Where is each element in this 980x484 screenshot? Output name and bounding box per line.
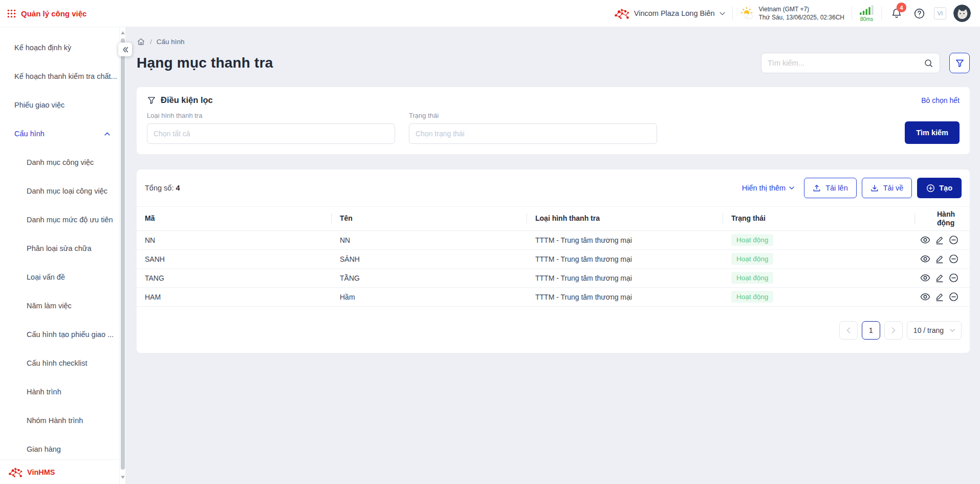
sidebar-item-loai-van-de[interactable]: Loại vấn đề	[0, 263, 125, 291]
sidebar-item-nhom-hanh-trinh[interactable]: Nhóm Hành trình	[0, 406, 125, 435]
edit-button[interactable]	[935, 235, 944, 245]
sidebar-item-label: Danh mục mức độ ưu tiên	[27, 216, 113, 224]
sidebar-item-cau-hinh[interactable]: Cấu hình	[0, 119, 125, 148]
chevron-right-icon	[891, 327, 896, 333]
view-button[interactable]	[920, 254, 930, 264]
breadcrumb-separator: /	[150, 38, 152, 46]
upload-button[interactable]: Tải lên	[804, 178, 857, 198]
sidebar-item-label: Kế hoạch thanh kiểm tra chất...	[14, 72, 117, 80]
language-button[interactable]: VI	[934, 7, 946, 19]
sidebar-item-phan-loai-sua-chua[interactable]: Phân loại sửa chữa	[0, 234, 125, 263]
view-button[interactable]	[920, 235, 930, 245]
table-header-row: Mã Tên Loại hình thanh tra Trạng thái Hà…	[137, 207, 970, 231]
cell-code: TANG	[137, 268, 332, 287]
sidebar-item-cau-hinh-tao-phieu-giao-viec[interactable]: Cấu hình tạo phiếu giao ...	[0, 320, 125, 349]
network-status: 80ms	[859, 5, 874, 22]
edit-button[interactable]	[935, 292, 944, 302]
data-table: Mã Tên Loại hình thanh tra Trạng thái Hà…	[137, 206, 970, 307]
pencil-icon	[935, 255, 944, 264]
field-inspection-type: Loại hình thanh tra	[147, 112, 395, 144]
edit-button[interactable]	[935, 273, 944, 283]
deactivate-button[interactable]	[949, 235, 959, 245]
prev-page-button[interactable]	[839, 321, 858, 340]
user-avatar[interactable]	[953, 5, 971, 22]
sidebar-item-label: Cấu hình checklist	[27, 359, 87, 367]
filter-panel-title: Điều kiện lọc	[161, 95, 213, 105]
divider	[732, 7, 733, 20]
total-count-value: 4	[176, 184, 180, 192]
sidebar-item-phieu-giao-viec[interactable]: Phiếu giao việc	[0, 91, 125, 119]
status-select[interactable]	[409, 123, 657, 144]
sidebar-item-hanh-trinh[interactable]: Hành trình	[0, 377, 125, 406]
sidebar-item-gian-hang[interactable]: Gian hàng	[0, 435, 125, 459]
notification-badge: 4	[897, 3, 906, 12]
sidebar-item-label: Kế hoạch định kỳ	[14, 44, 71, 52]
global-search	[761, 53, 940, 73]
sidebar-scrollbar[interactable]	[119, 27, 125, 484]
sidebar-item-danh-muc-muc-do-uu-tien[interactable]: Danh mục mức độ ưu tiên	[0, 205, 125, 234]
inspection-type-select[interactable]	[147, 123, 395, 144]
download-icon	[870, 184, 879, 192]
minus-circle-icon	[949, 235, 959, 245]
sidebar-item-label: Phiếu giao việc	[14, 101, 64, 109]
funnel-icon	[955, 58, 965, 68]
minus-circle-icon	[949, 254, 959, 264]
main-content: / Cấu hình Hạng mục thanh tra	[125, 27, 980, 484]
edit-button[interactable]	[935, 254, 944, 264]
scrollbar-thumb[interactable]	[121, 38, 125, 470]
filter-toggle-button[interactable]	[949, 53, 970, 73]
plus-circle-icon	[926, 184, 935, 193]
sidebar-item-danh-muc-loai-cong-viec[interactable]: Danh mục loại công việc	[0, 177, 125, 205]
minus-circle-icon	[949, 292, 959, 302]
filter-search-button[interactable]: Tìm kiếm	[905, 121, 960, 144]
chevron-down-icon	[720, 12, 725, 15]
page-title: Hạng mục thanh tra	[137, 55, 273, 71]
app-launcher[interactable]: Quản lý công việc	[7, 9, 86, 18]
search-input[interactable]	[768, 59, 924, 67]
sidebar-item-ke-hoach-thanh-kiem-tra[interactable]: Kế hoạch thanh kiểm tra chất...	[0, 62, 125, 91]
create-button[interactable]: Tạo	[917, 178, 962, 198]
view-button[interactable]	[920, 273, 930, 283]
scrollbar-up-arrow[interactable]	[121, 31, 125, 34]
sidebar-item-cau-hinh-checklist[interactable]: Cấu hình checklist	[0, 349, 125, 377]
sidebar-item-danh-muc-cong-viec[interactable]: Danh mục công việc	[0, 148, 125, 177]
cell-type: TTTM - Trung tâm thương mại	[527, 230, 723, 249]
question-circle-icon	[913, 8, 925, 19]
sidebar: Kế hoạch định kỳ Kế hoạch thanh kiểm tra…	[0, 27, 125, 484]
weather-icon	[740, 6, 754, 20]
clear-all-link[interactable]: Bỏ chọn hết	[921, 96, 960, 104]
sidebar-item-nam-lam-viec[interactable]: Năm làm việc	[0, 291, 125, 320]
footer-brand-label: VinHMS	[27, 468, 55, 476]
deactivate-button[interactable]	[949, 273, 959, 283]
column-header-code: Mã	[137, 207, 332, 231]
scrollbar-down-arrow[interactable]	[121, 476, 125, 479]
location-selector[interactable]: Vincom Plaza Long Biên	[614, 8, 725, 19]
upload-icon	[813, 184, 821, 192]
eye-icon	[920, 255, 930, 263]
page-number-button[interactable]: 1	[862, 321, 880, 340]
page-size-select[interactable]: 10 / trang	[907, 321, 962, 340]
deactivate-button[interactable]	[949, 292, 959, 302]
location-label: Vincom Plaza Long Biên	[634, 9, 715, 17]
search-icon[interactable]	[924, 58, 933, 68]
signal-bars-icon	[859, 5, 874, 15]
show-more-link[interactable]: Hiển thị thêm	[742, 184, 794, 192]
sidebar-item-label: Hành trình	[27, 388, 61, 396]
notifications-button[interactable]: 4	[889, 6, 904, 21]
next-page-button[interactable]	[884, 321, 903, 340]
column-header-status: Trạng thái	[723, 207, 915, 231]
sidebar-item-label: Cấu hình	[14, 130, 45, 138]
cell-name: SẢNH	[332, 249, 527, 268]
sidebar-item-label: Nhóm Hành trình	[27, 416, 83, 425]
status-badge: Hoạt động	[731, 253, 773, 265]
datetime-label: Thứ Sáu, 13/06/2025, 02:36CH	[759, 13, 844, 22]
download-button[interactable]: Tải về	[862, 178, 912, 198]
help-button[interactable]	[911, 6, 927, 21]
deactivate-button[interactable]	[949, 254, 959, 264]
view-button[interactable]	[920, 292, 930, 302]
sidebar-item-ke-hoach-dinh-ky[interactable]: Kế hoạch định kỳ	[0, 33, 125, 62]
sidebar-collapse-button[interactable]	[118, 43, 132, 56]
home-breadcrumb-link[interactable]	[137, 37, 145, 46]
vinhms-logo-icon	[614, 8, 629, 19]
column-header-name: Tên	[332, 207, 527, 231]
